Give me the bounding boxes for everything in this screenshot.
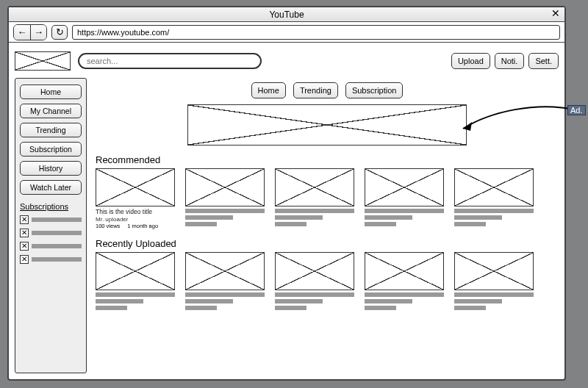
- video-card[interactable]: [365, 168, 444, 229]
- browser-toolbar: ← → ↻: [9, 22, 564, 43]
- sidebar-item-my-channel[interactable]: My Channel: [20, 104, 82, 118]
- sidebar-item-history[interactable]: History: [20, 161, 82, 176]
- text-placeholder: [365, 209, 444, 226]
- video-card[interactable]: [454, 168, 534, 229]
- window-title: YouTube: [269, 10, 304, 20]
- text-placeholder: [185, 292, 265, 310]
- video-thumbnail: [275, 252, 354, 290]
- video-card[interactable]: [454, 252, 534, 310]
- text-placeholder: [32, 218, 82, 222]
- text-placeholder: [185, 209, 265, 226]
- sidebar-item-home[interactable]: Home: [20, 85, 82, 99]
- subscription-item[interactable]: ✕: [20, 255, 82, 264]
- text-placeholder: [32, 244, 82, 248]
- tab-subscription[interactable]: Subscription: [345, 82, 404, 98]
- back-button[interactable]: ←: [14, 25, 30, 40]
- checkbox-icon: ✕: [20, 215, 29, 224]
- checkbox-icon: ✕: [20, 229, 29, 237]
- reload-button[interactable]: ↻: [51, 25, 68, 40]
- browser-window: YouTube ✕ ← → ↻ Upload Noti. Sett.: [7, 6, 566, 381]
- ad-banner[interactable]: [187, 104, 467, 146]
- checkbox-icon: ✕: [20, 242, 29, 251]
- subscription-item[interactable]: ✕: [20, 242, 82, 251]
- text-placeholder: [32, 257, 82, 262]
- video-card[interactable]: [96, 252, 175, 310]
- video-card[interactable]: [275, 252, 354, 310]
- subscription-item[interactable]: ✕: [20, 229, 82, 237]
- video-thumbnail: [185, 252, 265, 290]
- video-thumbnail: [275, 168, 354, 206]
- sidebar-subs-heading: Subscriptions: [20, 202, 82, 211]
- video-thumbnail: [96, 168, 175, 206]
- recommended-row: This is the video title Mr. uploader 100…: [96, 168, 559, 229]
- video-card[interactable]: [275, 168, 354, 229]
- text-placeholder: [275, 292, 354, 310]
- video-card[interactable]: This is the video title Mr. uploader 100…: [96, 168, 175, 229]
- text-placeholder: [365, 292, 444, 310]
- checkbox-icon: ✕: [20, 255, 29, 264]
- top-right-buttons: Upload Noti. Sett.: [451, 53, 559, 69]
- sidebar-item-watch-later[interactable]: Watch Later: [20, 180, 82, 195]
- logo-placeholder[interactable]: [15, 51, 71, 71]
- search-wrap: [78, 53, 262, 69]
- page-header: Upload Noti. Sett.: [15, 48, 559, 73]
- search-input[interactable]: [78, 53, 262, 69]
- text-placeholder: [32, 231, 82, 235]
- text-placeholder: [96, 292, 175, 310]
- upload-button[interactable]: Upload: [451, 53, 490, 69]
- text-placeholder: [454, 292, 534, 310]
- subscription-item[interactable]: ✕: [20, 215, 82, 224]
- video-card[interactable]: [365, 252, 444, 310]
- section-title-recommended: Recommended: [96, 154, 559, 165]
- titlebar: YouTube ✕: [9, 7, 564, 22]
- tab-trending[interactable]: Trending: [293, 82, 338, 98]
- sidebar: Home My Channel Trending Subscription Hi…: [15, 78, 87, 373]
- nav-tabs: Home Trending Subscription: [96, 82, 559, 98]
- video-thumbnail: [96, 252, 175, 290]
- forward-button[interactable]: →: [30, 25, 46, 40]
- close-icon[interactable]: ✕: [550, 8, 562, 20]
- video-views: 100 views: [96, 223, 120, 229]
- nav-buttons: ← →: [13, 24, 47, 40]
- video-thumbnail: [454, 252, 534, 290]
- section-title-recent: Recently Uploaded: [96, 238, 559, 249]
- video-age: 1 month ago: [127, 223, 158, 229]
- sidebar-item-trending[interactable]: Trending: [20, 123, 82, 137]
- video-card[interactable]: [185, 168, 265, 229]
- video-title: This is the video title: [96, 208, 175, 216]
- video-thumbnail: [365, 168, 444, 206]
- video-thumbnail: [365, 252, 444, 290]
- annotation-label: Ad.: [567, 105, 586, 115]
- text-placeholder: [454, 209, 534, 226]
- main-area: Home Trending Subscription Recommended T…: [96, 78, 559, 373]
- video-thumbnail: [185, 168, 265, 206]
- video-uploader: Mr. uploader: [96, 216, 175, 223]
- sidebar-item-subscription[interactable]: Subscription: [20, 142, 82, 157]
- video-thumbnail: [454, 168, 534, 206]
- page-content: Upload Noti. Sett. Home My Channel Trend…: [9, 43, 564, 379]
- settings-button[interactable]: Sett.: [528, 53, 559, 69]
- recent-row: [96, 252, 559, 310]
- video-card[interactable]: [185, 252, 265, 310]
- tab-home[interactable]: Home: [251, 82, 286, 98]
- text-placeholder: [275, 209, 354, 226]
- url-bar[interactable]: [72, 25, 560, 40]
- notifications-button[interactable]: Noti.: [495, 53, 525, 69]
